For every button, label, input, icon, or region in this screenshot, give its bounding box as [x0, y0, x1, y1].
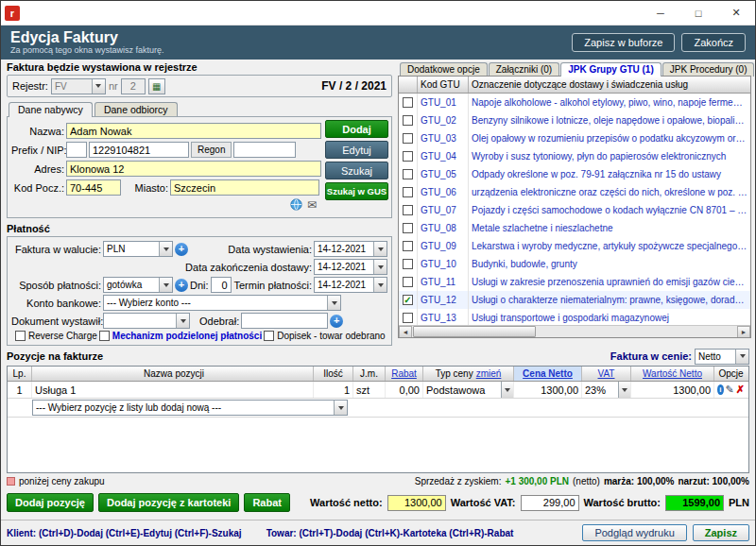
add-payment-method-button[interactable]: + — [175, 279, 188, 292]
globe-icon[interactable] — [290, 198, 302, 211]
edytuj-button[interactable]: Edytuj — [325, 141, 388, 159]
print-preview-button[interactable]: Podgląd wydruku — [582, 524, 686, 541]
tab-dane-nabywcy[interactable]: Dane nabywcy — [9, 102, 93, 117]
scrollbar-thumb[interactable] — [413, 326, 536, 337]
due-date-picker[interactable]: 14-12-2021 — [314, 277, 387, 293]
col-wartosc-netto-link[interactable]: Wartość Netto — [631, 367, 714, 381]
gtu-checkbox[interactable] — [399, 219, 418, 237]
tab-jpk-procedury-0[interactable]: JPK Procedury (0) — [662, 62, 755, 77]
register-list-icon[interactable]: ▦ — [148, 78, 165, 94]
gtu-checkbox[interactable]: ✓ — [399, 291, 418, 309]
col-vat-link[interactable]: VAT — [582, 367, 631, 381]
change-price-type-link[interactable]: zmień — [476, 368, 502, 379]
reverse-charge-checkbox[interactable]: Reverse Charge — [15, 331, 97, 341]
add-currency-button[interactable]: + — [175, 243, 188, 256]
issue-date-picker[interactable]: 14-12-2021 — [314, 241, 387, 257]
currency-combo[interactable]: PLN — [103, 241, 173, 257]
split-payment-checkbox[interactable]: Mechanizm podzielonej płatności — [99, 331, 262, 341]
days-input[interactable] — [211, 277, 232, 293]
gtu-checkbox[interactable] — [399, 94, 418, 111]
gtu-checkbox[interactable] — [399, 183, 418, 201]
gtu-code: GTU_07 — [418, 201, 469, 219]
gtu-row-gtu-10[interactable]: GTU_10Budynki, budowle, grunty — [399, 255, 750, 273]
item-vat-combo[interactable]: 23% — [582, 382, 631, 398]
add-from-catalog-button[interactable]: Dodaj pozycję z kartoteki — [98, 493, 239, 512]
gtu-row-gtu-02[interactable]: GTU_02Benzyny silnikowe i lotnicze, olej… — [399, 111, 750, 129]
item-qty[interactable]: 1 — [314, 382, 353, 398]
gtu-row-gtu-04[interactable]: GTU_04Wyroby i susz tytoniowy, płyn do p… — [399, 147, 750, 165]
goods-received-checkbox[interactable]: Dopisek - towar odebrano — [264, 331, 386, 341]
scroll-right-icon[interactable]: ► — [737, 326, 750, 338]
gtu-row-gtu-11[interactable]: GTU_11Usługi w zakresie przenoszenia upr… — [399, 273, 750, 291]
issuer-combo[interactable] — [103, 313, 190, 329]
item-rabat[interactable]: 0,00 — [386, 382, 423, 398]
chevron-down-icon — [501, 382, 513, 398]
prefix-input[interactable] — [66, 142, 87, 158]
gtu-checkbox[interactable] — [399, 129, 418, 147]
gtu-checkbox[interactable] — [399, 273, 418, 291]
finish-button[interactable]: Zakończ — [681, 33, 746, 52]
price-mode-combo[interactable]: Netto — [695, 349, 749, 365]
kod-pocztowy-input[interactable] — [66, 179, 121, 196]
gtu-row-gtu-05[interactable]: GTU_05Odpady określone w poz. 79-91 załą… — [399, 165, 750, 183]
payment-method-combo[interactable]: gotówka — [103, 277, 173, 293]
szukaj-button[interactable]: Szukaj — [325, 162, 388, 179]
nip-input[interactable] — [89, 142, 189, 158]
save-button[interactable]: Zapisz — [693, 524, 749, 541]
rabat-button[interactable]: Rabat — [244, 493, 290, 512]
delete-icon[interactable]: ✗ — [736, 384, 745, 395]
scroll-left-icon[interactable]: ◄ — [399, 326, 412, 338]
item-cena-netto[interactable]: 1300,00 — [514, 382, 582, 398]
email-icon[interactable]: ✉ — [307, 199, 317, 211]
delivery-end-picker[interactable]: 14-12-2021 — [314, 259, 387, 275]
register-combo[interactable]: FV — [51, 78, 106, 94]
gtu-panel: Kod GTU Oznaczenie dotyczące dostawy i ś… — [398, 76, 751, 338]
gtu-checkbox[interactable] — [399, 165, 418, 183]
col-rabat-link[interactable]: Rabat — [386, 367, 423, 381]
price-mode-label: Faktura w cenie: — [610, 350, 692, 362]
gtu-row-gtu-07[interactable]: GTU_07Pojazdy i części samochodowe o kod… — [399, 201, 750, 219]
receiver-input[interactable] — [241, 313, 328, 329]
regon-label[interactable]: Regon — [191, 142, 232, 158]
regon-input[interactable] — [233, 142, 296, 158]
item-lp: 1 — [8, 382, 32, 398]
item-options: i ✎ ✗ — [714, 382, 747, 398]
invoice-nr-input[interactable] — [121, 78, 146, 94]
gtu-checkbox[interactable] — [399, 111, 418, 129]
gtu-checkbox[interactable] — [399, 201, 418, 219]
maximize-icon[interactable]: □ — [679, 1, 717, 25]
gtu-row-gtu-01[interactable]: GTU_01Napoje alkoholowe - alkohol etylow… — [399, 94, 750, 111]
adres-input[interactable] — [66, 161, 321, 177]
gtu-checkbox[interactable] — [399, 237, 418, 255]
info-icon[interactable]: i — [717, 384, 724, 395]
szukaj-gus-button[interactable]: Szukaj w GUS — [325, 182, 388, 200]
close-icon[interactable]: ✕ — [717, 1, 755, 25]
add-receiver-button[interactable]: + — [330, 315, 343, 328]
item-price-type-combo[interactable]: Podstawowa — [423, 382, 514, 398]
gtu-horizontal-scrollbar[interactable]: ◄ ► — [399, 325, 750, 337]
gtu-checkbox[interactable] — [399, 255, 418, 273]
edit-icon[interactable]: ✎ — [726, 384, 734, 395]
gtu-row-gtu-06[interactable]: GTU_06urządzenia elektroniczne oraz częś… — [399, 183, 750, 201]
save-buffer-button[interactable]: Zapisz w buforze — [572, 33, 675, 52]
col-cena-netto-link[interactable]: Cena Netto — [514, 367, 582, 381]
chevron-down-icon — [618, 382, 630, 398]
dodaj-button[interactable]: Dodaj — [325, 120, 388, 138]
add-item-combo[interactable]: --- Wybierz pozycję z listy lub dodaj no… — [32, 400, 348, 416]
gtu-row-gtu-09[interactable]: GTU_09Lekarstwa i wyroby medyczne, artyk… — [399, 237, 750, 255]
gtu-row-gtu-08[interactable]: GTU_08Metale szlachetne i nieszlachetne — [399, 219, 750, 237]
tab-dane-odbiorcy[interactable]: Dane odbiorcy — [94, 102, 178, 117]
tab-jpk-grupy-gtu-1[interactable]: JPK Grupy GTU (1) — [560, 62, 662, 77]
scrollbar-track[interactable] — [412, 326, 737, 338]
nazwa-input[interactable] — [66, 123, 321, 139]
bank-account-combo[interactable]: --- Wybierz konto --- — [103, 295, 341, 311]
minimize-icon[interactable]: ─ — [642, 1, 679, 25]
gtu-row-gtu-03[interactable]: GTU_03Olej opałowy w rozumieniu przepisó… — [399, 129, 750, 147]
add-item-button[interactable]: Dodaj pozycję — [7, 493, 94, 512]
tab-za-czniki-0[interactable]: Załączniki (0) — [489, 62, 559, 77]
gtu-row-gtu-12[interactable]: ✓GTU_12Usługi o charakterze niematerialn… — [399, 291, 750, 309]
miasto-input[interactable] — [170, 179, 319, 196]
gtu-checkbox[interactable] — [399, 147, 418, 165]
invoice-item-row[interactable]: 1 Usługa 1 1 szt 0,00 Podstawowa 1300,00… — [8, 382, 748, 399]
tab-dodatkowe-opcje[interactable]: Dodatkowe opcje — [400, 62, 488, 77]
